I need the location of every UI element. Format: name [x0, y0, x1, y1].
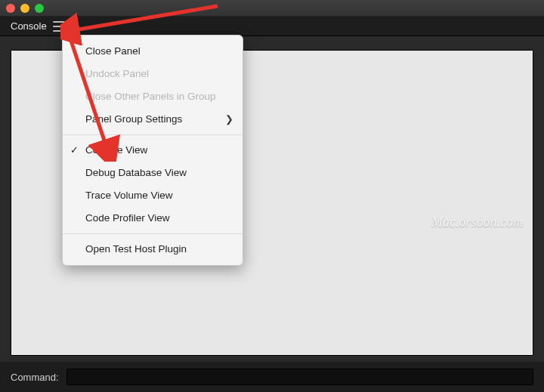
- menu-item-label: Panel Group Settings: [85, 113, 182, 125]
- menu-item-panel-group-settings[interactable]: Panel Group Settings ❯: [63, 108, 243, 131]
- panel-menu-icon[interactable]: [53, 21, 65, 32]
- menu-item-console-view[interactable]: ✓ Console View: [63, 139, 243, 162]
- menu-separator: [63, 134, 243, 135]
- checkmark-icon: ✓: [70, 144, 79, 157]
- menu-separator: [63, 233, 243, 234]
- menu-item-open-test-host-plugin[interactable]: Open Test Host Plugin: [63, 238, 243, 261]
- menu-item-label: Open Test Host Plugin: [85, 243, 187, 255]
- traffic-light-close-icon[interactable]: [6, 4, 15, 13]
- menu-item-code-profiler-view[interactable]: Code Profiler View: [63, 207, 243, 230]
- menu-item-label: Trace Volume View: [85, 190, 173, 201]
- command-label: Command:: [11, 372, 59, 383]
- traffic-light-minimize-icon[interactable]: [20, 4, 29, 13]
- command-input[interactable]: [66, 369, 533, 385]
- window-titlebar: [0, 0, 544, 17]
- panel-context-menu: Close Panel Undock Panel Close Other Pan…: [62, 35, 243, 266]
- panel-title: Console: [11, 20, 47, 32]
- command-bar: Command:: [0, 362, 544, 392]
- submenu-chevron-icon: ❯: [225, 113, 233, 126]
- traffic-light-maximize-icon[interactable]: [35, 4, 44, 13]
- menu-item-label: Code Profiler View: [85, 212, 170, 224]
- menu-item-undock-panel: Undock Panel: [63, 63, 243, 85]
- menu-item-debug-database-view[interactable]: Debug Database View: [63, 162, 243, 184]
- menu-item-label: Console View: [85, 144, 147, 156]
- menu-item-label: Undock Panel: [85, 68, 149, 79]
- menu-item-trace-volume-view[interactable]: Trace Volume View: [63, 184, 243, 207]
- menu-item-close-panel[interactable]: Close Panel: [63, 40, 243, 63]
- watermark-text: Mac.orsoon.com: [431, 215, 523, 230]
- menu-item-label: Close Other Panels in Group: [85, 91, 216, 102]
- panel-header: Console: [0, 17, 544, 36]
- menu-item-label: Debug Database View: [85, 167, 187, 178]
- menu-item-label: Close Panel: [85, 45, 141, 57]
- menu-item-close-other-panels: Close Other Panels in Group: [63, 85, 243, 108]
